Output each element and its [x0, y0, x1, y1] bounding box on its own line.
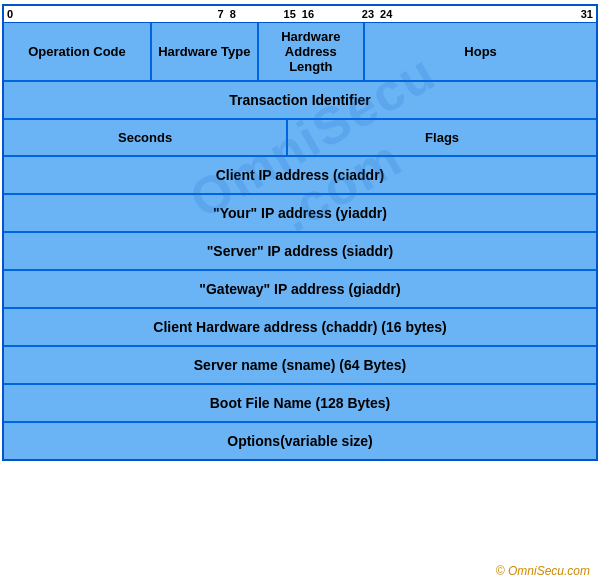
cell-operation-code: Operation Code [4, 23, 152, 80]
bit-7: 7 [205, 6, 227, 22]
cell-chaddr: Client Hardware address (chaddr) (16 byt… [153, 319, 446, 335]
page-wrapper: OmniSecu .com 0 7 8 15 16 23 24 31 Opera… [0, 4, 600, 580]
copyright: © OmniSecu.com [496, 564, 590, 578]
cell-ciaddr: Client IP address (ciaddr) [216, 167, 385, 183]
cell-yiaddr: "Your" IP address (yiaddr) [213, 205, 387, 221]
bit-0: 0 [4, 6, 205, 22]
bit-31: 31 [395, 6, 596, 22]
row-11: Options(variable size) [4, 423, 596, 459]
bit-8: 8 [227, 6, 239, 22]
bit-16: 16 [299, 6, 317, 22]
bit-24: 24 [377, 6, 395, 22]
bit-15: 15 [239, 6, 299, 22]
row-10: Boot File Name (128 Bytes) [4, 385, 596, 423]
row-7: "Gateway" IP address (giaddr) [4, 271, 596, 309]
cell-hardware-type: Hardware Type [152, 23, 259, 80]
row-8: Client Hardware address (chaddr) (16 byt… [4, 309, 596, 347]
row-6: "Server" IP address (siaddr) [4, 233, 596, 271]
row-5: "Your" IP address (yiaddr) [4, 195, 596, 233]
cell-seconds: Seconds [4, 120, 288, 155]
bit-23: 23 [317, 6, 377, 22]
row-2: Transaction Identifier [4, 82, 596, 120]
row-1: Operation Code Hardware Type Hardware Ad… [4, 23, 596, 82]
cell-flags: Flags [288, 120, 596, 155]
row-9: Server name (sname) (64 Bytes) [4, 347, 596, 385]
cell-transaction-id: Transaction Identifier [229, 92, 371, 108]
dhcp-table: 0 7 8 15 16 23 24 31 Operation Code Hard… [2, 4, 598, 461]
cell-boot-file: Boot File Name (128 Bytes) [210, 395, 391, 411]
cell-hops: Hops [365, 23, 596, 80]
cell-hardware-address-length: Hardware Address Length [259, 23, 366, 80]
cell-options: Options(variable size) [227, 433, 372, 449]
cell-giaddr: "Gateway" IP address (giaddr) [199, 281, 400, 297]
cell-sname: Server name (sname) (64 Bytes) [194, 357, 406, 373]
cell-siaddr: "Server" IP address (siaddr) [207, 243, 394, 259]
row-4: Client IP address (ciaddr) [4, 157, 596, 195]
row-3: Seconds Flags [4, 120, 596, 157]
bit-header-row: 0 7 8 15 16 23 24 31 [4, 6, 596, 23]
